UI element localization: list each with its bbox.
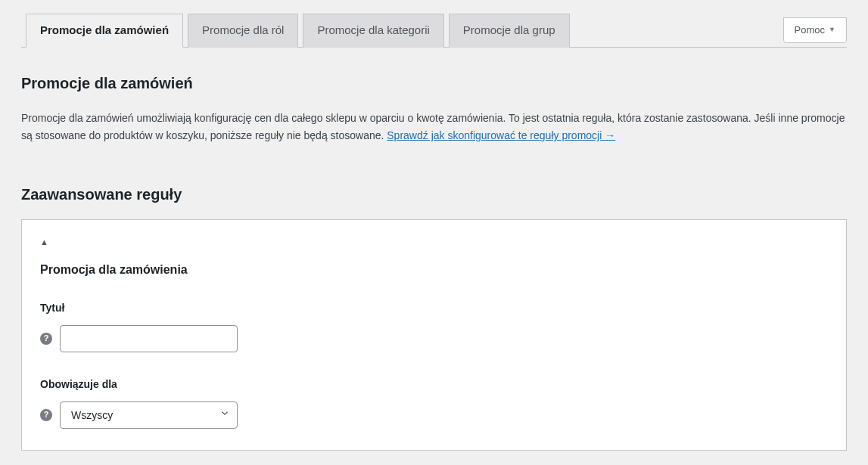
tab-order-promotions[interactable]: Promocje dla zamówień (26, 14, 183, 48)
field-title-label: Tytuł (40, 300, 828, 316)
tab-group-promotions[interactable]: Promocje dla grup (449, 14, 570, 48)
tab-category-promotions[interactable]: Promocje dla kategorii (303, 14, 443, 48)
field-applies-to-group: Obowiązuje dla ? Wszyscy (40, 377, 828, 429)
page-description: Promocje dla zamówień umożliwiają konfig… (21, 110, 847, 146)
advanced-rules-title: Zaawansowane reguły (21, 183, 847, 206)
tab-label: Promocje dla zamówień (40, 23, 169, 36)
help-icon[interactable]: ? (40, 409, 52, 421)
field-applies-to-label: Obowiązuje dla (40, 377, 828, 392)
field-title-group: Tytuł ? (40, 300, 828, 352)
tabs-navigation: Promocje dla zamówień Promocje dla ról P… (21, 14, 847, 48)
page-title: Promocje dla zamówień (21, 72, 847, 95)
title-input[interactable] (60, 325, 238, 352)
tab-label: Promocje dla kategorii (317, 23, 429, 36)
help-button-label: Pomoc (795, 23, 825, 38)
applies-to-select-wrapper: Wszyscy (60, 401, 238, 429)
help-icon[interactable]: ? (40, 333, 52, 345)
tab-role-promotions[interactable]: Promocje dla ról (188, 14, 298, 48)
rule-panel: ▲ Promocja dla zamówienia Tytuł ? Obowią… (21, 219, 847, 451)
tab-label: Promocje dla ról (202, 23, 284, 36)
tab-label: Promocje dla grup (463, 23, 555, 36)
chevron-down-icon: ▼ (829, 25, 835, 36)
rule-title: Promocja dla zamówienia (40, 261, 828, 279)
docs-link[interactable]: Sprawdź jak skonfigurować te reguły prom… (387, 129, 615, 141)
applies-to-select[interactable]: Wszyscy (60, 401, 238, 429)
help-button[interactable]: Pomoc ▼ (783, 17, 847, 43)
collapse-icon[interactable]: ▲ (40, 236, 48, 249)
